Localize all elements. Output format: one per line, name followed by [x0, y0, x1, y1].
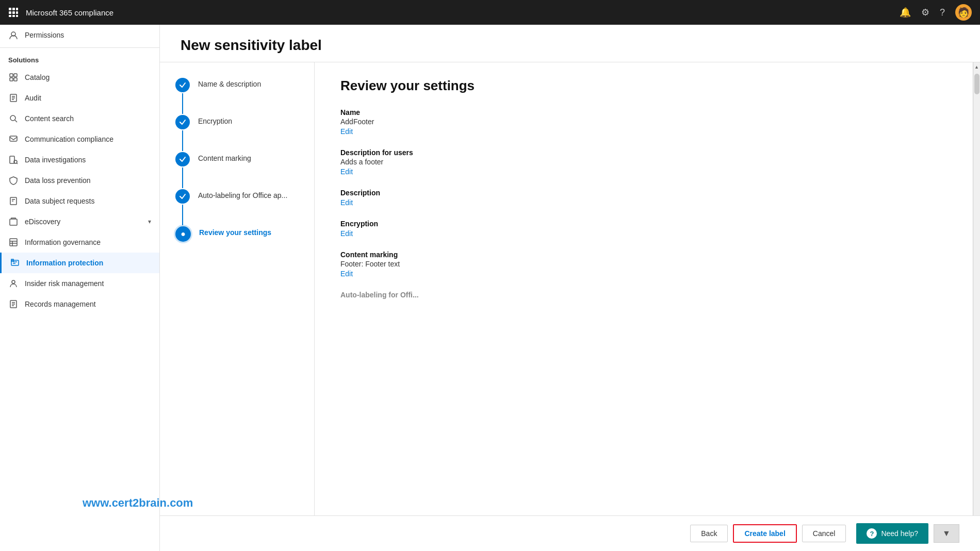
- ediscovery-expand-icon: ▾: [148, 218, 151, 225]
- grid-icon: [8, 7, 19, 18]
- data-loss-prevention-label: Data loss prevention: [25, 176, 91, 185]
- svg-rect-10: [10, 74, 13, 77]
- svg-rect-8: [16, 15, 18, 17]
- data-investigations-icon: [8, 155, 19, 165]
- wizard-step-review: ● Review your settings: [175, 226, 299, 242]
- svg-rect-0: [9, 8, 11, 10]
- sidebar-item-data-subject-requests[interactable]: Data subject requests: [0, 191, 159, 211]
- wizard-step-5-left: ●: [175, 226, 191, 242]
- content-area: New sensitivity label Name & description: [160, 25, 980, 551]
- right-scrollbar: ▲: [973, 62, 980, 515]
- scroll-up-arrow[interactable]: ▲: [973, 62, 981, 72]
- sidebar-item-insider-risk-management[interactable]: Insider risk management: [0, 273, 159, 294]
- catalog-icon: [8, 72, 19, 82]
- information-protection-icon: [10, 258, 20, 268]
- insider-risk-management-label: Insider risk management: [25, 279, 104, 288]
- review-name-edit[interactable]: Edit: [340, 127, 353, 136]
- review-content-marking-edit[interactable]: Edit: [340, 270, 353, 278]
- avatar[interactable]: 🧑: [955, 4, 972, 21]
- wizard-step-encryption: Encryption: [175, 115, 299, 152]
- help-icon[interactable]: ?: [940, 7, 945, 18]
- notification-icon[interactable]: 🔔: [900, 7, 911, 18]
- scroll-thumb[interactable]: [974, 74, 979, 94]
- review-encryption-edit[interactable]: Edit: [340, 229, 353, 238]
- page-title: New sensitivity label: [181, 37, 959, 54]
- svg-rect-28: [10, 239, 17, 246]
- wizard-step-2-left: [175, 115, 190, 152]
- data-loss-prevention-icon: [8, 175, 19, 186]
- topbar-icons: 🔔 ⚙ ? 🧑: [900, 4, 972, 21]
- review-section-name: Name AddFooter Edit: [340, 108, 947, 136]
- sidebar-item-content-search[interactable]: Content search: [0, 108, 159, 129]
- content-header: New sensitivity label: [160, 25, 980, 62]
- sidebar-item-records-management[interactable]: Records management: [0, 294, 159, 314]
- svg-rect-27: [10, 219, 17, 225]
- content-search-label: Content search: [25, 114, 74, 123]
- sidebar-divider-1: [0, 47, 159, 48]
- svg-rect-6: [9, 15, 11, 17]
- create-label-button[interactable]: Create label: [733, 524, 796, 543]
- review-desc-users-edit[interactable]: Edit: [340, 168, 353, 176]
- data-subject-requests-icon: [8, 196, 19, 206]
- sidebar-item-data-loss-prevention[interactable]: Data loss prevention: [0, 170, 159, 191]
- review-panel: Review your settings Name AddFooter Edit…: [315, 62, 973, 515]
- settings-icon[interactable]: ⚙: [921, 7, 929, 18]
- wizard-step-1-label: Name & description: [198, 78, 261, 88]
- app-title: Microsoft 365 compliance: [26, 8, 900, 17]
- cancel-button[interactable]: Cancel: [802, 525, 846, 542]
- wizard-step-2-circle: [175, 115, 190, 129]
- audit-label: Audit: [25, 94, 41, 102]
- scroll-down-button[interactable]: ▼: [934, 524, 959, 543]
- wizard-step-3-line: [182, 168, 183, 188]
- wizard-steps: Name & description Encryption: [160, 62, 315, 515]
- sidebar-item-information-protection[interactable]: Information protection: [0, 253, 159, 273]
- wizard-step-4-left: [175, 189, 190, 226]
- wizard-step-name: Name & description: [175, 78, 299, 115]
- review-desc-edit[interactable]: Edit: [340, 198, 353, 207]
- back-button[interactable]: Back: [690, 525, 728, 542]
- sidebar-item-information-governance[interactable]: Information governance: [0, 232, 159, 253]
- svg-rect-13: [14, 78, 17, 81]
- review-desc-title: Description: [340, 189, 947, 197]
- records-management-icon: [8, 299, 19, 309]
- sidebar-item-ediscovery[interactable]: eDiscovery ▾: [0, 211, 159, 232]
- communication-compliance-icon: [8, 134, 19, 144]
- sidebar-item-data-investigations[interactable]: Data investigations: [0, 149, 159, 170]
- svg-line-19: [15, 120, 17, 122]
- sidebar-item-catalog[interactable]: Catalog: [0, 67, 159, 88]
- main-container: Permissions Solutions Catalog Audit Cont…: [0, 25, 980, 551]
- wizard-step-3-left: [175, 152, 190, 189]
- content-search-icon: [8, 113, 19, 124]
- wizard-step-content-marking: Content marking: [175, 152, 299, 189]
- solutions-label: Solutions: [0, 50, 159, 67]
- svg-line-23: [17, 163, 18, 164]
- svg-rect-7: [12, 15, 15, 17]
- information-governance-icon: [8, 237, 19, 247]
- permissions-icon: [8, 30, 19, 40]
- svg-rect-12: [10, 78, 13, 81]
- need-help-button[interactable]: ? Need help?: [856, 523, 928, 544]
- review-auto-labeling-title: Auto-labeling for Offi...: [340, 291, 947, 299]
- sidebar-item-audit[interactable]: Audit: [0, 88, 159, 108]
- wizard-layout: Name & description Encryption: [160, 62, 980, 515]
- information-governance-label: Information governance: [25, 238, 101, 246]
- wizard-step-2-line: [182, 130, 183, 151]
- insider-risk-management-icon: [8, 278, 19, 289]
- wizard-step-3-label: Content marking: [198, 152, 251, 162]
- topbar: Microsoft 365 compliance 🔔 ⚙ ? 🧑: [0, 0, 980, 25]
- wizard-step-2-label: Encryption: [198, 115, 232, 125]
- wizard-step-auto-labeling: Auto-labeling for Office ap...: [175, 189, 299, 226]
- review-desc-users-value: Adds a footer: [340, 158, 947, 166]
- information-protection-label: Information protection: [26, 259, 103, 267]
- review-section-encryption: Encryption Edit: [340, 220, 947, 238]
- review-name-value: AddFooter: [340, 118, 947, 126]
- sidebar-item-communication-compliance[interactable]: Communication compliance: [0, 129, 159, 149]
- footer: Back Create label Cancel ? Need help? ▼: [160, 515, 980, 551]
- ediscovery-label: eDiscovery: [25, 218, 60, 226]
- review-section-auto-labeling: Auto-labeling for Offi...: [340, 291, 947, 299]
- svg-rect-1: [12, 8, 15, 10]
- sidebar-item-permissions[interactable]: Permissions: [0, 25, 159, 45]
- wizard-step-1-line: [182, 93, 183, 114]
- svg-rect-2: [16, 8, 18, 10]
- need-help-icon: ?: [867, 528, 877, 539]
